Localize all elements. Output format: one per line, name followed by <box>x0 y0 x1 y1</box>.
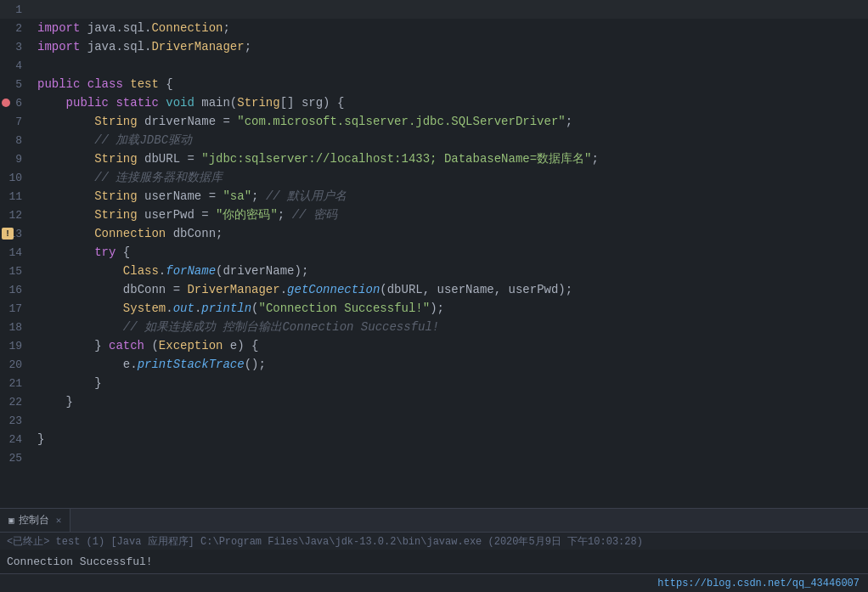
status-bar: https://blog.csdn.net/qq_43446007 <box>0 573 868 592</box>
token-plain: dbConn = <box>123 280 188 299</box>
token-kw: public <box>37 75 87 93</box>
token-fn: out <box>173 299 194 318</box>
token-plain <box>37 299 123 318</box>
line-number: 25 <box>0 448 31 467</box>
token-fn: println <box>201 299 251 318</box>
token-str: "jdbc:sqlserver://localhost:1433; Databa… <box>201 149 591 168</box>
line-content: // 如果连接成功 控制台输出Connection Successful! <box>31 318 439 336</box>
token-plain: driverName = <box>144 112 237 131</box>
line-number: 20 <box>0 355 31 374</box>
code-line: !13 Connection dbConn; <box>0 224 868 243</box>
breakpoint-icon[interactable] <box>2 99 10 107</box>
token-fn: getConnection <box>287 280 380 299</box>
line-number: 14 <box>0 243 31 262</box>
token-comment: // 连接服务器和数据库 <box>94 168 223 187</box>
line-number: 9 <box>0 149 31 168</box>
token-fn: forName <box>166 262 216 280</box>
line-content: import java.sql.DriverManager; <box>31 37 251 56</box>
line-content: // 加载JDBC驱动 <box>31 131 192 149</box>
line-number: 11 <box>0 187 31 206</box>
code-line: 3import java.sql.DriverManager; <box>0 37 868 56</box>
code-line: 9 String dbURL = "jdbc:sqlserver://local… <box>0 149 868 168</box>
token-plain <box>37 131 94 149</box>
token-plain <box>37 206 94 224</box>
token-class-name: test <box>130 75 166 93</box>
token-class-name: String <box>237 93 279 112</box>
token-plain: { <box>123 243 130 262</box>
token-fn: printStackTrace <box>138 355 245 374</box>
code-line: 8 // 加载JDBC驱动 <box>0 131 868 149</box>
line-content: String driverName = "com.microsoft.sqlse… <box>31 112 572 131</box>
console-output: Connection Successful! <box>0 550 868 573</box>
line-number: 24 <box>0 430 31 448</box>
line-content: Connection dbConn; <box>31 224 223 243</box>
token-plain: main( <box>201 93 237 112</box>
code-line: 18 // 如果连接成功 控制台输出Connection Successful! <box>0 318 868 336</box>
token-kw: catch <box>109 336 151 355</box>
code-line: 7 String driverName = "com.microsoft.sql… <box>0 112 868 131</box>
console-tab[interactable]: ▣ 控制台 ✕ <box>0 509 70 532</box>
code-line: 15 Class.forName(driverName); <box>0 262 868 280</box>
token-plain <box>37 243 94 262</box>
line-content: } catch (Exception e) { <box>31 336 258 355</box>
token-class-name: String <box>94 206 144 224</box>
line-number: 3 <box>0 37 31 56</box>
console-status-text: <已终止> test (1) [Java 应用程序] C:\Program Fi… <box>7 534 643 549</box>
token-plain: java.sql. <box>87 19 152 37</box>
token-plain: ( <box>151 336 158 355</box>
line-number: 12 <box>0 206 31 224</box>
token-kw: public <box>66 93 116 112</box>
console-icon: ▣ <box>8 515 14 526</box>
token-plain: { <box>166 75 172 93</box>
token-plain: dbConn; <box>173 224 223 243</box>
token-plain <box>37 168 94 187</box>
line-content: public static void main(String[] srg) { <box>31 93 344 112</box>
token-plain: ; <box>566 112 572 131</box>
token-plain: [] srg) { <box>280 93 345 112</box>
token-kw: try <box>94 243 123 262</box>
token-plain: } <box>37 336 109 355</box>
code-line: 2import java.sql.Connection; <box>0 19 868 37</box>
token-class-name: System <box>123 299 166 318</box>
line-number: 5 <box>0 75 31 93</box>
token-plain: dbURL = <box>144 149 201 168</box>
token-kw2: void <box>166 93 201 112</box>
line-content: // 连接服务器和数据库 <box>31 168 223 187</box>
token-plain: . <box>159 262 166 280</box>
line-content: import java.sql.Connection; <box>31 19 230 37</box>
code-line: 10 // 连接服务器和数据库 <box>0 168 868 187</box>
code-line: 14 try { <box>0 243 868 262</box>
console-tab-label: 控制台 <box>19 513 49 527</box>
token-class-name: String <box>94 187 144 206</box>
status-link: https://blog.csdn.net/qq_43446007 <box>657 578 860 589</box>
token-plain: ; <box>278 206 292 224</box>
token-plain: (driverName); <box>216 262 308 280</box>
code-line: 24} <box>0 430 868 448</box>
token-plain: ; <box>223 19 229 37</box>
line-content: Class.forName(driverName); <box>31 262 308 280</box>
token-plain: (dbURL, userName, userPwd); <box>380 280 572 299</box>
code-line: 25 <box>0 448 868 467</box>
token-plain: } <box>37 374 102 392</box>
token-plain: ); <box>430 299 444 318</box>
line-number: 4 <box>0 56 31 75</box>
code-line: 19 } catch (Exception e) { <box>0 336 868 355</box>
token-plain: ( <box>251 299 258 318</box>
token-comment: // 密码 <box>292 206 337 224</box>
token-comment: // 如果连接成功 控制台输出Connection Successful! <box>123 318 439 336</box>
code-line: 16 dbConn = DriverManager.getConnection(… <box>0 280 868 299</box>
token-class-name: DriverManager <box>187 280 279 299</box>
token-plain <box>37 149 94 168</box>
console-close-button[interactable]: ✕ <box>56 515 62 526</box>
token-comment: // 默认用户名 <box>266 187 347 206</box>
token-plain <box>37 224 94 243</box>
token-class-name: String <box>94 149 144 168</box>
line-number: 16 <box>0 280 31 299</box>
code-line: 12 String userPwd = "你的密码"; // 密码 <box>0 206 868 224</box>
token-plain: . <box>280 280 287 299</box>
code-line: 23 <box>0 411 868 430</box>
line-number: 21 <box>0 374 31 392</box>
line-content: dbConn = DriverManager.getConnection(dbU… <box>31 280 572 299</box>
token-plain: (); <box>245 355 266 374</box>
token-plain: . <box>166 299 172 318</box>
